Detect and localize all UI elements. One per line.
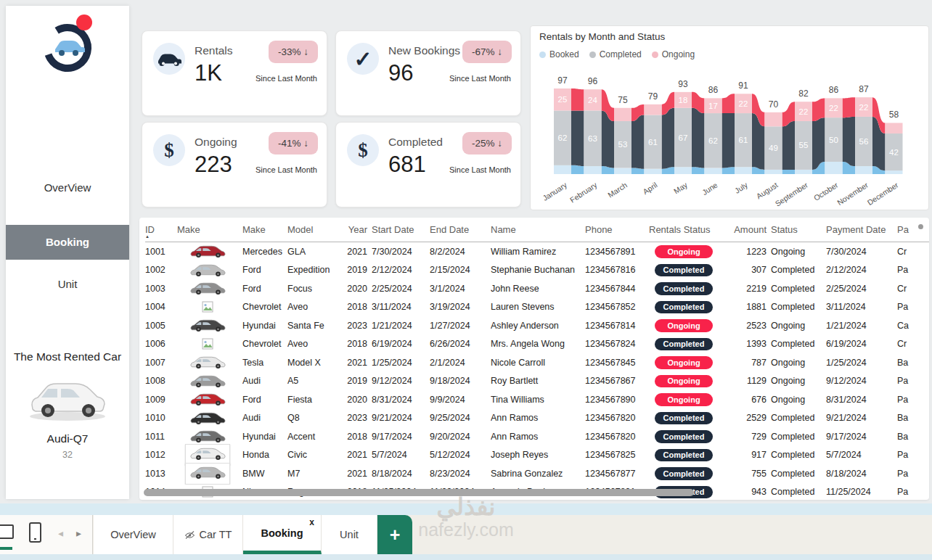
table-horizontal-scrollbar[interactable] [144,489,694,496]
month-label: January [541,180,568,202]
hidden-sheet-icon [184,530,195,540]
tab-booking[interactable]: Bookingx [243,515,322,554]
table-row-1007[interactable]: 1007TeslaModel X20211/25/20242/1/2024Nic… [145,353,929,372]
table-row-1006[interactable]: 1006ChevroletAveo20186/19/20246/26/2024M… [145,335,929,354]
column-header-name[interactable]: Name [491,221,585,242]
column-booked-december[interactable] [886,170,903,174]
cell-year: 2023 [341,321,372,331]
cell-pay: Pa [897,487,929,497]
tab-unit[interactable]: Unit [322,515,377,554]
dollar-icon: $ [358,139,368,162]
column-header-id[interactable]: ID▲ [145,221,177,242]
column-booked-april[interactable] [645,169,662,174]
column-header-phone[interactable]: Phone [585,221,649,242]
cell-make: Ford [242,284,287,294]
column-booked-august[interactable] [765,170,782,174]
desktop-view-icon[interactable] [0,524,14,539]
ribbon-chart-plot[interactable]: 6263536167626149555056422524181722222222… [532,64,928,211]
table-row-1005[interactable]: 1005HyundaiSanta Fe20231/21/20241/27/202… [145,316,929,335]
table-row-1013[interactable]: 1013BMWM720218/18/20248/23/2024Sabrina G… [145,464,929,483]
table-row-1012[interactable]: 1012HondaCivic20215/7/20245/12/2024Josep… [145,446,929,465]
kpi-card-completed[interactable]: $Completed681-25% ↓Since Last Month [335,122,521,207]
add-sheet-button[interactable]: + [377,515,412,554]
column-header-payment_date[interactable]: Payment Date [826,221,897,242]
column-header-model[interactable]: Model [287,221,341,242]
segment-label: 22 [799,107,809,116]
car-photo [188,318,227,333]
segment-label: 53 [618,140,628,149]
column-ongoing-august[interactable] [765,112,782,126]
sidebar-item-unit[interactable]: Unit [6,274,129,295]
cell-status: Completed [771,450,826,460]
cell-model: Aveo [287,339,341,349]
dollar-icon-circle: $ [153,134,185,166]
tab-scroll-right-icon[interactable]: ▸ [76,527,81,539]
sidebar-item-overview[interactable]: OverView [6,178,129,198]
cell-pay: Ba [897,432,929,442]
tab-overview[interactable]: OverView [94,515,173,554]
legend-item-completed[interactable]: Completed [589,49,642,59]
legend-item-ongoing[interactable]: Ongoing [652,49,695,59]
column-header-start[interactable]: Start Date [372,221,430,242]
column-booked-january[interactable] [554,165,571,174]
sheet-tab-bar: ◂ ▸ OverViewCar TTBookingxUnit+ [0,515,932,554]
table-row-1002[interactable]: 1002FordExpedition20192/12/20242/15/2024… [145,261,929,280]
column-header-make[interactable]: Make [242,221,287,242]
cell-id: 1013 [145,469,177,479]
cell-status: Completed [771,432,826,442]
tab-car-tt[interactable]: Car TT [173,515,243,554]
column-booked-september[interactable] [795,170,812,174]
ribbon-ongoing [843,97,856,118]
cell-start: 8/18/2024 [372,469,430,479]
cell-make: Audi [242,413,287,423]
column-booked-february[interactable] [584,166,602,174]
column-header-year[interactable]: Year [341,221,372,242]
table-row-1001[interactable]: 1001MercedesGLA20217/30/20248/2/2024Will… [145,242,929,261]
table-row-1009[interactable]: 1009FordFiesta20208/31/20249/9/2024Tina … [145,390,929,409]
legend-item-booked[interactable]: Booked [539,49,579,59]
cell-pay: Pa [897,265,929,275]
sidebar-item-booking[interactable]: Booking [6,225,129,260]
cell-rental_status: Ongoing [649,319,730,332]
kpi-card-new-bookings[interactable]: ✓New Bookings96-67% ↓Since Last Month [335,30,521,116]
table-row-1008[interactable]: 1008AudiA520199/12/20249/18/2024Roy Bart… [145,372,929,391]
column-header-img[interactable]: Make [177,221,242,242]
column-ongoing-december[interactable] [886,123,903,133]
table-row-1011[interactable]: 1011HyundaiAccent20189/17/20249/20/2024A… [145,427,929,446]
column-header-status[interactable]: Status [771,221,826,242]
cell-rental_status: Ongoing [649,245,730,258]
cell-payment_date: 8/18/2024 [826,469,897,479]
column-booked-october[interactable] [825,162,843,174]
segment-label: 22 [859,103,869,112]
kpi-card-ongoing[interactable]: $Ongoing223-41% ↓Since Last Month [142,122,327,207]
column-header-rental_status[interactable]: Rentals Status [649,221,730,242]
column-header-amount[interactable]: Amount [730,221,771,242]
column-booked-may[interactable] [674,167,692,174]
segment-label: 42 [889,148,899,157]
segment-label: 50 [829,136,838,144]
car-photo [188,355,227,370]
column-booked-march[interactable] [614,168,631,174]
cell-end: 8/2/2024 [430,247,491,257]
kpi-card-rentals[interactable]: Rentals1K-33% ↓Since Last Month [142,30,327,116]
column-booked-june[interactable] [705,168,722,174]
column-ongoing-march[interactable] [614,108,631,121]
column-ongoing-april[interactable] [645,104,662,115]
column-header-end[interactable]: End Date [430,221,491,242]
column-header-pay[interactable]: Pa [897,221,929,242]
table-row-1010[interactable]: 1010AudiQ820239/21/20249/25/2024Ann Ramo… [145,409,929,428]
cell-rental_status: Ongoing [649,393,730,406]
column-booked-july[interactable] [735,167,752,174]
segment-label: 62 [558,133,568,142]
column-booked-november[interactable] [855,166,872,174]
cell-name: Tina Williams [491,395,585,405]
table-row-1004[interactable]: 1004ChevroletAveo20183/11/20243/19/2024L… [145,298,929,317]
tab-scroll-left-icon[interactable]: ◂ [58,527,63,539]
cell-rental_status: Completed [649,412,730,425]
bookings-table-card: ID▲MakeMakeModelYearStart DateEnd DateNa… [139,218,929,500]
rentals-by-month-chart-card[interactable]: Rentals by Month and Status BookedComple… [530,25,929,210]
month-label: February [568,180,599,204]
mobile-view-icon[interactable] [29,522,41,543]
table-row-1003[interactable]: 1003FordFocus20202/25/20243/1/2024John R… [145,279,929,298]
tab-close-icon[interactable]: x [309,517,314,527]
